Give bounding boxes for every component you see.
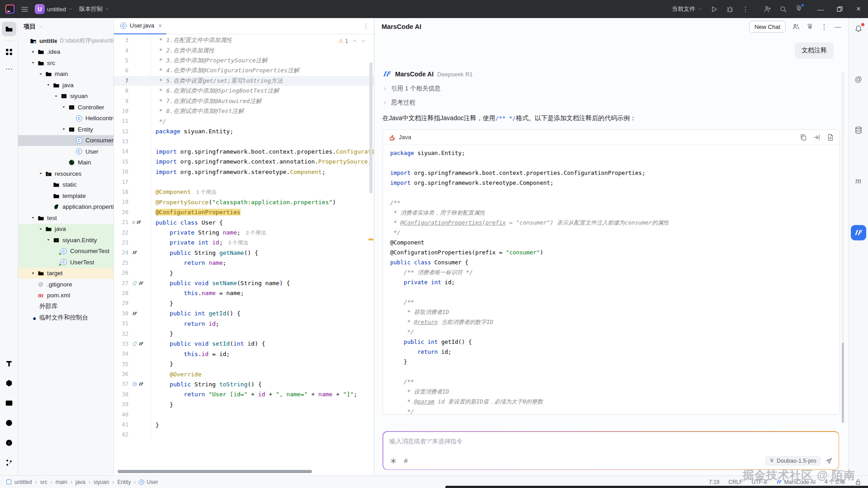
tree-chevron[interactable] [45, 238, 52, 242]
main-menu-icon[interactable] [21, 5, 28, 13]
tab-user-java[interactable]: C User.java × [114, 18, 166, 34]
code-line[interactable]: 32 } [114, 328, 374, 338]
code-line[interactable]: 19@PropertySource("classpath:application… [114, 197, 374, 207]
new-chat-button[interactable]: New Chat [749, 21, 786, 33]
settings-icon[interactable] [795, 5, 803, 14]
activity-build[interactable] [2, 356, 16, 371]
tree-item-test[interactable]: test [18, 212, 113, 224]
breadcrumb-item[interactable]: src [40, 479, 47, 485]
code-line[interactable]: 38 return "User [id=" + id + ", name=" +… [114, 389, 374, 399]
m-plugin-icon[interactable]: m [852, 174, 865, 187]
tree-item-user[interactable]: CUser [18, 146, 113, 157]
line-ending[interactable]: CRLF [728, 479, 742, 485]
activity-services[interactable] [2, 376, 16, 390]
chat-input[interactable]: 输入消息或者"/"来选择指令 # Doubao-1.5-pro [383, 432, 839, 469]
chat-settings-icon[interactable] [807, 23, 814, 30]
tree-item-main[interactable]: Main [18, 157, 113, 169]
tree-chevron[interactable] [37, 72, 44, 76]
tree-item-untitled[interactable]: untitledD:\data\程序\java\unti [18, 35, 113, 47]
tree-chevron[interactable] [37, 171, 44, 176]
spring-icon[interactable] [132, 281, 137, 286]
tree-item--[interactable]: 外部库 [18, 301, 113, 312]
mars-icon[interactable] [132, 311, 137, 316]
search-everywhere-icon[interactable] [779, 5, 787, 13]
code-line[interactable]: 13 [114, 136, 374, 146]
code-line[interactable]: 42 [114, 430, 374, 440]
tree-item-consumertest[interactable]: CConsumerTest [18, 246, 113, 257]
debug-icon[interactable] [726, 5, 734, 13]
breadcrumb-item[interactable]: java [75, 479, 85, 485]
activity-project-folder[interactable] [2, 22, 16, 36]
editor-horizontal-scrollbar[interactable] [118, 470, 312, 473]
code-line[interactable]: 17 [114, 177, 374, 187]
code-block-content[interactable]: package siyuan.Entity;import org.springf… [383, 145, 840, 415]
tree-item-siyuan[interactable]: siyuan [18, 91, 113, 102]
code-line[interactable]: 8 * 6.在测试类中添加@SpringBootTest注解 [114, 86, 374, 96]
code-line[interactable]: 21⊘public class User { [114, 217, 374, 227]
code-line[interactable]: 34 this.id = id; [114, 349, 374, 359]
thinking-collapse[interactable]: 思考过程 [382, 99, 840, 107]
code-line[interactable]: 12package siyuan.Entity; [114, 127, 374, 136]
code-line[interactable]: 28 this.name = name; [114, 288, 374, 298]
tree-item--idea[interactable]: .idea [18, 47, 113, 58]
tree-item-main[interactable]: main [18, 69, 113, 80]
code-line[interactable]: 9 * 7.在测试类中添加@Autowired注解 [114, 96, 374, 106]
tree-item-application-properties[interactable]: application.properties [18, 202, 113, 213]
code-line[interactable]: 29 } [114, 298, 374, 308]
code-line[interactable]: 5 * 3.在类中添加@PropertySource注解 [114, 56, 374, 66]
activity-problems[interactable] [2, 416, 16, 430]
mars-icon[interactable] [138, 341, 144, 347]
mars-icon[interactable] [138, 381, 144, 387]
code-line[interactable]: 27 public void setName(String name) { [114, 278, 374, 288]
code-line[interactable]: 22 private String name;3 个用法 [114, 227, 374, 237]
code-line[interactable]: 37 public String toString() { [114, 379, 374, 389]
breadcrumb-item[interactable]: Entity [117, 479, 131, 485]
override-icon[interactable] [132, 381, 137, 387]
code-line[interactable]: 30 public int getId() { [114, 309, 374, 319]
code-line[interactable]: 40 [114, 409, 374, 419]
code-line[interactable]: 20@ConfigurationProperties [114, 207, 374, 217]
tree-item-target[interactable]: target [18, 268, 113, 279]
code-line[interactable]: 14import org.springframework.boot.contex… [114, 146, 374, 156]
spring-icon[interactable] [132, 341, 137, 347]
project-switcher[interactable]: U untitled [35, 4, 73, 14]
tree-item-src[interactable]: src [18, 57, 113, 69]
more-actions-icon[interactable]: ⋮ [742, 5, 749, 14]
code-line[interactable]: 26 } [114, 268, 374, 278]
tree-chevron[interactable] [37, 227, 44, 231]
breadcrumb-item[interactable]: untitled [14, 479, 32, 485]
tab-close-icon[interactable]: × [158, 22, 162, 29]
restore-button[interactable] [830, 0, 849, 18]
tree-chevron[interactable] [29, 61, 37, 65]
code-line[interactable]: 36 @Override [114, 369, 374, 379]
breadcrumb-item[interactable]: main [56, 479, 67, 485]
activity-terminal[interactable] [2, 396, 16, 410]
copy-code-icon[interactable] [800, 134, 807, 141]
tree-chevron[interactable] [60, 127, 67, 131]
tree-item-java[interactable]: java [18, 80, 113, 91]
code-line[interactable]: 24 public String getName() { [114, 248, 374, 258]
code-line[interactable]: 23 private int id;3 个用法 [114, 238, 374, 248]
code-line[interactable]: 15import org.springframework.context.ann… [114, 157, 374, 167]
tree-item-static[interactable]: static [18, 179, 113, 191]
tree-chevron[interactable] [29, 271, 37, 276]
code-line[interactable]: 11 */ [114, 116, 374, 126]
lock-open-icon[interactable] [854, 479, 862, 486]
database-tool-icon[interactable] [852, 124, 865, 136]
caret-position[interactable]: 7:19 [709, 479, 719, 485]
tree-chevron[interactable] [52, 94, 60, 99]
breadcrumb-item[interactable]: C User [139, 479, 158, 485]
vcs-menu[interactable]: 版本控制 [79, 5, 109, 13]
tree-item-pom-xml[interactable]: mpom.xml [18, 290, 113, 301]
warning-stripe-mark[interactable] [368, 239, 373, 240]
tree-item-consumer[interactable]: CConsumer [18, 135, 113, 146]
tree-item-resources[interactable]: resources [18, 168, 113, 179]
mars-icon[interactable] [132, 250, 137, 255]
people-icon[interactable] [793, 23, 800, 30]
code-line[interactable]: 4 * 2.在类中添加属性 [114, 45, 374, 55]
minimize-button[interactable]: — [811, 0, 830, 18]
mars-icon[interactable] [138, 281, 144, 286]
tree-item-template[interactable]: template [18, 190, 113, 202]
tree-item--gitignore[interactable]: ⊘.gitignore [18, 279, 113, 290]
send-icon[interactable] [825, 457, 833, 465]
